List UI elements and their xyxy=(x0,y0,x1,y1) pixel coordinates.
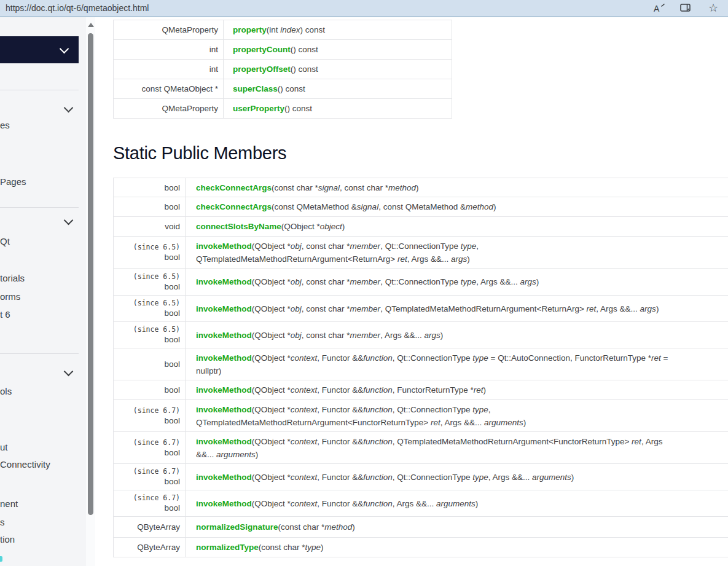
since-badge: (since 6.5) xyxy=(133,299,180,308)
immersive-reader-icon[interactable] xyxy=(679,2,694,14)
sidebar-divider xyxy=(0,90,79,90)
method-link[interactable]: invokeMethod xyxy=(196,385,252,395)
return-type: bool xyxy=(164,183,180,193)
sidebar-item-fragment[interactable]: Connectivity xyxy=(0,458,50,471)
sidebar-item-fragment[interactable]: Qt xyxy=(0,235,10,248)
method-link[interactable]: superClass xyxy=(233,84,278,93)
method-link[interactable]: invokeMethod xyxy=(196,405,252,414)
return-type: int xyxy=(209,44,218,55)
sidebar-item-fragment[interactable]: ols xyxy=(0,385,12,398)
method-link[interactable]: invokeMethod xyxy=(196,331,252,340)
qt-docs-page: https://doc.qt.io/qt-6/qmetaobject.html … xyxy=(0,0,728,566)
method-args: (QObject *context, Functor &&function, Q… xyxy=(196,437,662,459)
browser-toolbar-icons: A ☆ xyxy=(652,0,728,16)
return-type: bool xyxy=(164,359,180,369)
table-row: (since 6.7)bool invokeMethod(QObject *co… xyxy=(114,490,728,517)
return-type: bool xyxy=(164,334,180,345)
method-link[interactable]: normalizedType xyxy=(196,543,259,552)
method-link[interactable]: propertyOffset xyxy=(233,65,291,74)
method-link[interactable]: invokeMethod xyxy=(196,437,252,446)
method-link[interactable]: invokeMethod xyxy=(196,277,252,286)
method-link[interactable]: userProperty xyxy=(233,104,284,113)
return-type: bool xyxy=(164,476,180,487)
sidebar-item-fragment[interactable]: torials xyxy=(0,272,25,285)
method-args: (const QMetaMethod &signal, const QMetaM… xyxy=(272,202,496,211)
sidebar-item-fragment[interactable]: s xyxy=(0,516,5,529)
chevron-down-icon xyxy=(60,44,69,54)
return-type: int xyxy=(209,64,218,74)
method-link[interactable]: invokeMethod xyxy=(196,304,252,313)
sidebar-item-fragment[interactable]: tion xyxy=(0,533,15,546)
method-args: (QObject *object) xyxy=(281,222,345,231)
sidebar-item-fragment[interactable]: orms xyxy=(0,291,20,303)
method-args: (QObject *obj, const char *member, QTemp… xyxy=(252,304,659,313)
section-chevron-down-icon[interactable] xyxy=(64,367,74,377)
table-row: QByteArray normalizedType(const char *ty… xyxy=(114,538,728,557)
table-row: (since 6.5)bool invokeMethod(QObject *ob… xyxy=(114,237,728,269)
table-row: (since 6.5)bool invokeMethod(QObject *ob… xyxy=(114,296,728,322)
scroll-up-arrow-icon[interactable] xyxy=(88,23,94,27)
method-link[interactable]: property xyxy=(233,25,267,34)
method-link[interactable]: invokeMethod xyxy=(196,473,252,482)
method-link[interactable]: connectSlotsByName xyxy=(196,222,281,231)
table-row: QMetaProperty userProperty() const xyxy=(114,99,452,119)
method-link[interactable]: invokeMethod xyxy=(196,242,252,251)
method-args: (const char *method) xyxy=(278,522,355,532)
section-chevron-down-icon[interactable] xyxy=(64,103,74,113)
method-link[interactable]: normalizedSignature xyxy=(196,522,278,532)
since-badge: (since 6.7) xyxy=(133,406,180,415)
sidebar-navigation: es Pages Qt torials orms t 6 ols ut Conn… xyxy=(0,17,86,566)
read-aloud-icon[interactable]: A xyxy=(652,2,667,14)
sidebar-item-fragment[interactable]: Pages xyxy=(0,176,26,188)
method-link[interactable]: checkConnectArgs xyxy=(196,183,272,192)
favorites-star-icon[interactable]: ☆ xyxy=(706,2,721,14)
return-type: QMetaProperty xyxy=(162,103,218,114)
url-text[interactable]: https://doc.qt.io/qt-6/qmetaobject.html xyxy=(6,3,149,13)
return-type: bool xyxy=(164,308,180,318)
browser-address-bar[interactable]: https://doc.qt.io/qt-6/qmetaobject.html … xyxy=(0,0,728,17)
link-fragment xyxy=(0,556,2,562)
since-badge: (since 6.7) xyxy=(133,438,180,447)
return-type: bool xyxy=(164,503,180,513)
method-args: (QObject *context, Functor &&function, F… xyxy=(252,385,486,395)
table-row: bool invokeMethod(QObject *context, Func… xyxy=(114,380,728,400)
table-row: bool invokeMethod(QObject *context, Func… xyxy=(114,348,728,380)
method-args: (QObject *obj, const char *member, Qt::C… xyxy=(252,277,539,286)
method-args: () const xyxy=(291,65,318,74)
return-type: bool xyxy=(164,202,180,212)
method-link[interactable]: checkConnectArgs xyxy=(196,202,272,211)
method-args: (const char *type) xyxy=(259,543,324,552)
version-dropdown[interactable] xyxy=(0,36,79,63)
method-args: (QObject *context, Functor &&function, A… xyxy=(252,499,478,508)
section-chevron-down-icon[interactable] xyxy=(64,216,74,226)
return-type: const QMetaObject * xyxy=(141,84,218,94)
method-args: (const char *signal, const char *method) xyxy=(272,183,418,192)
scrollbar-thumb[interactable] xyxy=(88,33,93,515)
table-row: int propertyOffset() const xyxy=(114,60,452,79)
method-args: (int index) const xyxy=(267,25,325,34)
table-row: const QMetaObject * superClass() const xyxy=(114,79,452,99)
method-link[interactable]: invokeMethod xyxy=(196,499,252,508)
since-badge: (since 6.7) xyxy=(133,493,180,503)
return-type: bool xyxy=(164,415,180,426)
method-link[interactable]: invokeMethod xyxy=(196,353,252,363)
sidebar-item-fragment[interactable]: t 6 xyxy=(0,309,10,321)
table-row: (since 6.7)bool invokeMethod(QObject *co… xyxy=(114,464,728,490)
table-row: bool checkConnectArgs(const char *signal… xyxy=(114,178,728,197)
method-args: () const xyxy=(278,84,305,93)
method-link[interactable]: propertyCount xyxy=(233,45,291,54)
since-badge: (since 6.5) xyxy=(133,243,180,252)
since-badge: (since 6.7) xyxy=(133,467,180,476)
table-row: (since 6.7)bool invokeMethod(QObject *co… xyxy=(114,432,728,464)
return-type: bool xyxy=(164,447,180,458)
sidebar-scrollbar[interactable] xyxy=(86,17,95,566)
table-row: (since 6.5)bool invokeMethod(QObject *ob… xyxy=(114,322,728,348)
sidebar-divider xyxy=(0,353,79,354)
table-row: (since 6.7)bool invokeMethod(QObject *co… xyxy=(114,400,728,432)
sidebar-item-fragment[interactable]: ut xyxy=(0,441,8,454)
method-args: (QObject *obj, const char *member, Args … xyxy=(252,331,443,340)
table-row: QMetaProperty property(int index) const xyxy=(114,20,452,40)
sidebar-item-fragment[interactable]: es xyxy=(0,119,10,132)
table-row: (since 6.5)bool invokeMethod(QObject *ob… xyxy=(114,269,728,296)
sidebar-item-fragment[interactable]: nent xyxy=(0,498,18,510)
